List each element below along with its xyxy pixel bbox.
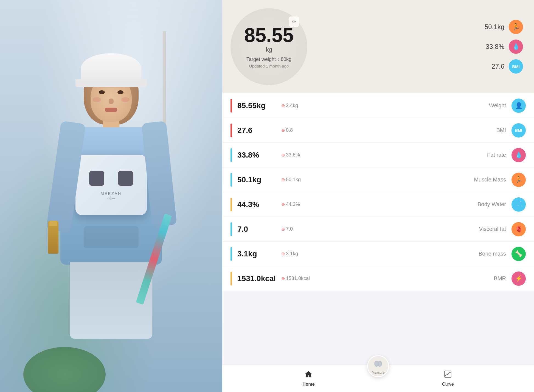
bmr-metric-value: 1531.0kcal (237, 274, 281, 283)
bone-accent (231, 247, 232, 261)
metric-row-water[interactable]: 44.3% ⊕44.3% Body Water 💦 (222, 192, 534, 217)
scale-btn-right (118, 171, 133, 186)
side-stat-bmi: 27.6 BMI (318, 59, 523, 74)
scale-brand: MEEZAN (101, 191, 122, 196)
muscle-delta: ⊕50.1kg (281, 177, 301, 183)
svg-point-1 (375, 362, 378, 366)
measure-icon (373, 358, 383, 370)
weight-icon: 👤 (515, 102, 522, 109)
visceral-icon-circle: 🫀 (511, 222, 526, 236)
bmi-accent (231, 124, 232, 137)
bone-icon: 🦴 (515, 250, 522, 257)
metric-row-weight[interactable]: 85.55kg ⊕2.4kg Weight 👤 (222, 93, 534, 118)
greenery (23, 347, 106, 392)
scale-device: MEEZAN ميزان (75, 155, 147, 215)
metric-row-fat[interactable]: 33.8% ⊕33.8% Fat rate 💧 (222, 143, 534, 167)
bmi-metric-value: 27.6 (237, 126, 281, 135)
muscle-metric-value: 50.1kg (237, 175, 281, 184)
nav-curve[interactable]: Curve (431, 367, 465, 390)
visceral-accent (231, 222, 232, 236)
muscle-value: 50.1kg (485, 23, 504, 31)
visceral-delta: ⊕7.0 (281, 226, 293, 232)
metric-row-muscle[interactable]: 50.1kg ⊕50.1kg Muscle Mass 🏃 (222, 167, 534, 192)
side-stat-muscle: 50.1kg 🏃 (318, 20, 523, 34)
cap-brim (75, 79, 147, 87)
weight-delta: ⊕2.4kg (281, 103, 298, 108)
muscle-accent (231, 173, 232, 187)
weight-label: Weight (489, 102, 506, 109)
weight-accent (231, 99, 232, 113)
scale-brand-ar: ميزان (107, 196, 115, 200)
fat-icon-circle-metric: 💧 (511, 148, 526, 162)
bone-label: Bone mass (479, 251, 506, 257)
water-delta: ⊕44.3% (281, 201, 300, 207)
measure-label: Measure (372, 371, 385, 374)
person-figure: MEEZAN ميزان (0, 0, 222, 392)
scale-btn-left (89, 171, 104, 186)
right-panel: ✏ 85.55 kg Target weight：80kg Updated 1 … (222, 0, 534, 392)
edit-icon: ✏ (292, 19, 296, 25)
side-stat-fat: 33.8% 💧 (318, 40, 523, 54)
bone-delta: ⊕3.1kg (281, 251, 298, 257)
curve-icon (444, 370, 452, 380)
weight-icon-circle: 👤 (511, 99, 526, 113)
bmr-icon: ⚡ (515, 275, 522, 282)
weight-unit: kg (266, 46, 272, 53)
muscle-metric-icon: 🏃 (515, 176, 522, 183)
visceral-label: Visceral fat (479, 226, 506, 232)
fat-value: 33.8% (486, 43, 504, 51)
target-weight: Target weight：80kg (246, 56, 291, 63)
bone-metric-value: 3.1kg (237, 250, 281, 258)
home-icon (304, 370, 313, 380)
fat-icon-circle: 💧 (509, 40, 523, 54)
water-label: Body Water (477, 201, 506, 208)
muscle-icon-circle-metric: 🏃 (511, 173, 526, 187)
bmi-metric-icon: BMI (515, 128, 522, 133)
water-icon-circle: 💦 (511, 197, 526, 212)
visceral-metric-value: 7.0 (237, 225, 281, 234)
water-icon: 💦 (515, 201, 522, 208)
side-stats: 50.1kg 🏃 33.8% 💧 27.6 BMI (307, 20, 523, 74)
photo-panel: MEEZAN ميزان (0, 0, 222, 392)
svg-point-3 (378, 362, 381, 366)
fat-metric-value: 33.8% (237, 151, 281, 159)
fat-accent (231, 148, 232, 162)
bmi-label: BMI (496, 127, 506, 133)
bmi-metric-icon-circle: BMI (511, 123, 526, 138)
water-metric-value: 44.3% (237, 200, 281, 209)
fat-rate-label: Fat rate (487, 152, 506, 158)
bmi-value: 27.6 (491, 63, 504, 70)
scale-buttons (89, 171, 133, 186)
updated-time: Updated 1 month ago (249, 64, 289, 68)
fat-metric-icon: 💧 (515, 152, 522, 159)
person-cap (81, 53, 141, 83)
metric-row-bmr[interactable]: 1531.0kcal ⊕1531.0kcal BMR ⚡ (222, 266, 534, 291)
bmr-delta: ⊕1531.0kcal (281, 276, 310, 281)
svg-rect-4 (445, 371, 451, 377)
main-weight: 85.55 (244, 25, 294, 45)
weight-circle: ✏ 85.55 kg Target weight：80kg Updated 1 … (231, 8, 307, 85)
bmi-icon-circle: BMI (509, 59, 523, 74)
water-accent (231, 198, 232, 211)
bone-icon-circle: 🦴 (511, 247, 526, 261)
bottom-nav: Home Measure Curve (222, 365, 534, 392)
measure-fab[interactable]: Measure (367, 355, 389, 377)
fat-delta: ⊕33.8% (281, 152, 300, 158)
metric-row-bone[interactable]: 3.1kg ⊕3.1kg Bone mass 🦴 (222, 242, 534, 266)
edit-button[interactable]: ✏ (289, 16, 299, 27)
top-section: ✏ 85.55 kg Target weight：80kg Updated 1 … (222, 0, 534, 93)
metric-row-visceral[interactable]: 7.0 ⊕7.0 Visceral fat 🫀 (222, 217, 534, 242)
muscle-mass-label: Muscle Mass (474, 177, 506, 183)
bmr-label: BMR (494, 275, 506, 282)
fat-icon: 💧 (512, 43, 520, 50)
home-label: Home (302, 382, 314, 387)
metric-row-bmi[interactable]: 27.6 ⊕0.8 BMI BMI (222, 118, 534, 143)
bmi-icon: BMI (512, 64, 520, 69)
bmr-accent (231, 272, 232, 285)
muscle-icon: 🏃 (512, 23, 520, 31)
bmi-delta: ⊕0.8 (281, 127, 293, 133)
nav-home[interactable]: Home (291, 367, 325, 390)
bottle (48, 221, 58, 254)
metrics-list: 85.55kg ⊕2.4kg Weight 👤 27.6 ⊕0.8 BMI BM… (222, 93, 534, 365)
curve-label: Curve (442, 382, 454, 387)
